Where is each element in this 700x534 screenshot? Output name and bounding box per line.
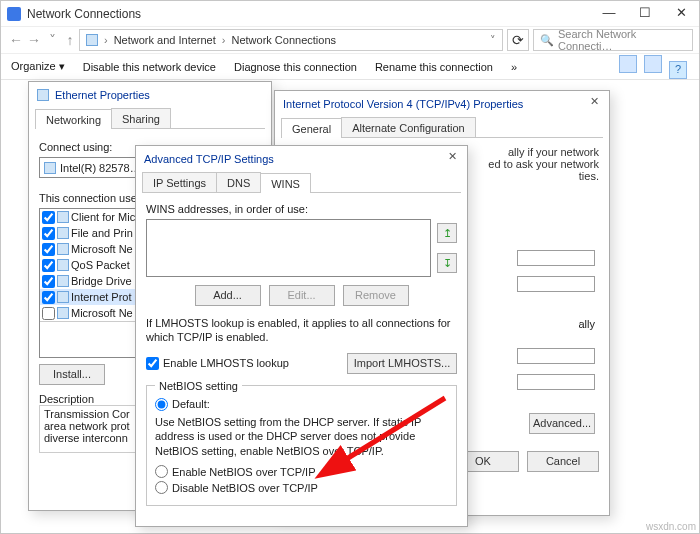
ip-field[interactable] [517,250,595,266]
file-share-icon [57,227,69,239]
ip-field[interactable] [517,348,595,364]
enable-lmhosts-label: Enable LMHOSTS lookup [163,357,289,369]
dialog-title: Internet Protocol Version 4 (TCP/IPv4) P… [283,98,523,110]
add-button[interactable]: Add... [195,285,261,306]
netbios-group: NetBIOS setting Default: Use NetBIOS set… [146,380,457,507]
view-icons[interactable]: ? [617,55,689,79]
dialog-icon [37,89,49,101]
netbios-disable-radio[interactable]: Disable NetBIOS over TCP/IP [155,481,448,494]
netbios-enable-input[interactable] [155,465,168,478]
item-checkbox[interactable] [42,291,55,304]
cmd-disable-device[interactable]: Disable this network device [83,61,216,73]
move-up-button[interactable]: ↥ [437,223,457,243]
maximize-button[interactable]: ☐ [627,1,663,25]
edit-button[interactable]: Edit... [269,285,335,306]
tab-wins[interactable]: WINS [260,173,311,193]
arrow-down-icon: ↧ [443,257,452,270]
arrow-up-icon: ↥ [443,227,452,240]
item-checkbox[interactable] [42,243,55,256]
search-placeholder: Search Network Connecti… [558,28,686,52]
help-icon: ? [669,61,687,79]
breadcrumb-dropdown[interactable]: ˅ [490,34,496,47]
list-item-label: Microsoft Ne [71,307,133,319]
item-checkbox[interactable] [42,211,55,224]
nav-up-button[interactable]: ↑ [61,32,79,48]
cmd-organize[interactable]: Organize ▾ [11,60,65,73]
adapter-icon [44,162,56,174]
watermark: wsxdn.com [646,521,696,532]
list-item-label: Client for Mic [71,211,135,223]
preview-icon [644,55,662,73]
import-lmhosts-button[interactable]: Import LMHOSTS... [347,353,457,374]
wins-list[interactable] [146,219,431,277]
breadcrumb-icon [86,34,98,46]
layout-icon [619,55,637,73]
tab-dns[interactable]: DNS [216,172,261,192]
refresh-button[interactable]: ⟳ [507,29,529,51]
netbios-default-input[interactable] [155,398,168,411]
item-checkbox[interactable] [42,259,55,272]
cmd-rename[interactable]: Rename this connection [375,61,493,73]
netbios-enable-label: Enable NetBIOS over TCP/IP [172,466,315,478]
nav-back-button[interactable]: ← [7,32,25,48]
cancel-button[interactable]: Cancel [527,451,599,472]
breadcrumb-sep: › [222,34,226,46]
ipv4-icon [57,291,69,303]
list-item-label: Internet Prot [71,291,132,303]
advanced-button[interactable]: Advanced... [529,413,595,434]
cmd-diagnose[interactable]: Diagnose this connection [234,61,357,73]
move-down-button[interactable]: ↧ [437,253,457,273]
enable-lmhosts-checkbox[interactable]: Enable LMHOSTS lookup [146,357,289,370]
breadcrumb-sep: › [104,34,108,46]
netbios-disable-label: Disable NetBIOS over TCP/IP [172,482,318,494]
cmd-more[interactable]: » [511,61,517,73]
close-icon[interactable]: ✕ [585,95,603,113]
close-button[interactable]: ✕ [663,1,699,25]
breadcrumb-part-2[interactable]: Network Connections [231,34,336,46]
tab-sharing[interactable]: Sharing [111,108,171,128]
remove-button[interactable]: Remove [343,285,409,306]
lmhosts-note: If LMHOSTS lookup is enabled, it applies… [146,316,457,345]
netbios-legend: NetBIOS setting [155,380,242,392]
item-checkbox[interactable] [42,227,55,240]
list-item-label: Microsoft Ne [71,243,133,255]
netbios-default-radio[interactable]: Default: [155,398,210,411]
netbios-default-desc: Use NetBIOS setting from the DHCP server… [155,415,448,460]
window-title: Network Connections [27,7,141,21]
nav-dropdown-button[interactable]: ˅ [43,32,61,48]
command-bar: Organize ▾ Disable this network device D… [1,54,699,80]
tab-networking[interactable]: Networking [35,109,112,129]
advanced-tcpip-dialog: Advanced TCP/IP Settings ✕ IP Settings D… [135,145,468,527]
tab-alternate[interactable]: Alternate Configuration [341,117,476,137]
body-text-fragment2: ally [578,318,595,330]
bridge-icon [57,275,69,287]
list-item-label: QoS Packet [71,259,130,271]
minimize-button[interactable]: — [591,1,627,25]
protocol-icon [57,243,69,255]
tab-general[interactable]: General [281,118,342,138]
adapter-name: Intel(R) 82578… [60,162,141,174]
app-icon [7,7,21,21]
item-checkbox[interactable] [42,275,55,288]
titlebar: Network Connections — ☐ ✕ [1,1,699,26]
address-bar: ← → ˅ ↑ › Network and Internet › Network… [1,26,699,54]
wins-addresses-label: WINS addresses, in order of use: [146,203,457,215]
nav-forward-button[interactable]: → [25,32,43,48]
netbios-default-label: Default: [172,398,210,410]
enable-lmhosts-input[interactable] [146,357,159,370]
client-icon [57,211,69,223]
search-input[interactable]: 🔍 Search Network Connecti… [533,29,693,51]
tab-ip-settings[interactable]: IP Settings [142,172,217,192]
breadcrumb[interactable]: › Network and Internet › Network Connect… [79,29,503,51]
netbios-disable-input[interactable] [155,481,168,494]
ip-field[interactable] [517,276,595,292]
item-checkbox[interactable] [42,307,55,320]
install-button[interactable]: Install... [39,364,105,385]
dialog-title: Advanced TCP/IP Settings [144,153,274,165]
dialog-title: Ethernet Properties [55,89,150,101]
list-item-label: Bridge Drive [71,275,132,287]
close-icon[interactable]: ✕ [443,150,461,168]
ip-field[interactable] [517,374,595,390]
breadcrumb-part-1[interactable]: Network and Internet [114,34,216,46]
netbios-enable-radio[interactable]: Enable NetBIOS over TCP/IP [155,465,448,478]
